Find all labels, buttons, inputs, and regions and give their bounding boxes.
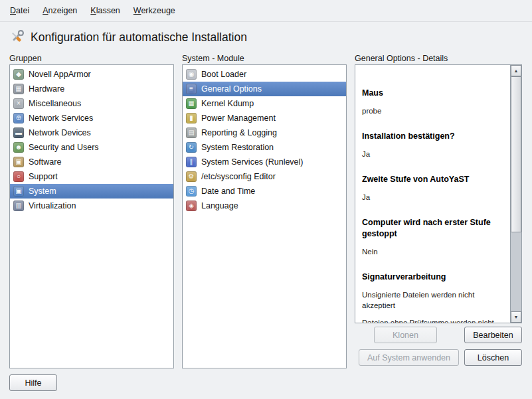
menu-anzeigen[interactable]: Anzeigen bbox=[37, 3, 83, 19]
module-item-power-management[interactable]: ▮ Power Management bbox=[183, 111, 346, 125]
group-item-network-services[interactable]: ⊕ Network Services bbox=[10, 111, 173, 125]
page-title: Konfiguration für automatische Installat… bbox=[31, 31, 247, 44]
group-item-label: Software bbox=[29, 157, 61, 167]
group-item-network-devices[interactable]: ▬ Network Devices bbox=[10, 125, 173, 140]
sysconfig-editor-icon: ⚙ bbox=[186, 171, 197, 182]
details-scrollbar[interactable]: ▲ ▼ bbox=[510, 65, 521, 323]
system-restoration-icon: ↻ bbox=[186, 142, 197, 153]
groups-panel-label: Gruppen bbox=[9, 54, 42, 63]
group-item-label: Support bbox=[29, 172, 58, 181]
reporting-logging-icon: ▤ bbox=[186, 127, 197, 138]
detail-line: Maus bbox=[362, 88, 503, 99]
modules-panel: ◉ Boot Loader ≡ General Options ▦ Kernel… bbox=[182, 64, 347, 368]
scroll-up-button[interactable]: ▲ bbox=[511, 65, 521, 76]
menubar: Datei Anzeigen Klassen Werkzeuge bbox=[0, 0, 532, 22]
software-icon: ▣ bbox=[13, 157, 24, 167]
module-item-label: Boot Loader bbox=[201, 70, 246, 79]
security-users-icon: ☻ bbox=[13, 142, 24, 153]
group-item-label: Network Devices bbox=[29, 128, 91, 137]
detail-line: Nein bbox=[362, 246, 503, 257]
module-item-label: Date and Time bbox=[201, 187, 255, 196]
system-icon: ▣ bbox=[13, 186, 24, 197]
detail-line: Dateien ohne Prüfsumme werden nicht bbox=[362, 317, 503, 323]
detail-line: Ja bbox=[362, 192, 503, 202]
detail-line: probe bbox=[362, 106, 503, 116]
system-services-icon: ∥ bbox=[186, 157, 197, 167]
detail-line: Computer wird nach erster Stufe gestoppt bbox=[362, 217, 503, 240]
module-item-label: System Services (Runlevel) bbox=[201, 157, 304, 167]
module-item-date-time[interactable]: ◷ Date and Time bbox=[183, 184, 346, 199]
group-item-virtualization[interactable]: ▥ Virtualization bbox=[10, 199, 173, 213]
group-item-miscellaneous[interactable]: × Miscellaneous bbox=[10, 96, 173, 111]
detail-line: Ja bbox=[362, 149, 503, 159]
wrench-tools-icon bbox=[9, 29, 25, 45]
group-item-label: Novell AppArmor bbox=[29, 70, 91, 79]
menu-werkzeuge[interactable]: Werkzeuge bbox=[128, 3, 181, 19]
module-item-general-options[interactable]: ≡ General Options bbox=[183, 82, 346, 96]
group-item-support[interactable]: ○ Support bbox=[10, 169, 173, 184]
scrollbar-thumb[interactable] bbox=[511, 76, 521, 232]
apply-to-system-button[interactable]: Auf System anwenden bbox=[359, 349, 459, 366]
module-item-kernel-kdump[interactable]: ▦ Kernel Kdump bbox=[183, 96, 346, 111]
details-panel: Maus probe Installation bestätigen? Ja Z… bbox=[355, 64, 522, 323]
edit-button[interactable]: Bearbeiten bbox=[464, 327, 522, 343]
module-item-system-services[interactable]: ∥ System Services (Runlevel) bbox=[183, 155, 346, 169]
network-devices-icon: ▬ bbox=[13, 127, 24, 138]
group-item-label: Miscellaneous bbox=[29, 99, 81, 108]
detail-line: Zweite Stufe von AutoYaST bbox=[362, 174, 503, 185]
miscellaneous-tools-icon: × bbox=[13, 98, 24, 109]
groups-list: ◆ Novell AppArmor ▦ Hardware × Miscellan… bbox=[10, 65, 173, 213]
support-icon: ○ bbox=[13, 171, 24, 182]
group-item-security-users[interactable]: ☻ Security and Users bbox=[10, 140, 173, 155]
kernel-kdump-icon: ▦ bbox=[186, 98, 197, 109]
modules-panel-label: System - Module bbox=[182, 54, 244, 63]
group-item-hardware[interactable]: ▦ Hardware bbox=[10, 82, 173, 96]
help-button[interactable]: Hilfe bbox=[9, 374, 57, 391]
power-management-icon: ▮ bbox=[186, 113, 197, 123]
module-item-label: Reporting & Logging bbox=[201, 128, 277, 137]
module-item-label: Kernel Kdump bbox=[201, 99, 254, 108]
apparmor-icon: ◆ bbox=[13, 69, 24, 80]
detail-line: Installation bestätigen? bbox=[362, 131, 503, 142]
details-content: Maus probe Installation bestätigen? Ja Z… bbox=[355, 65, 510, 323]
module-item-label: System Restoration bbox=[201, 143, 274, 152]
scroll-up-icon: ▲ bbox=[514, 68, 519, 73]
menu-klassen[interactable]: Klassen bbox=[84, 3, 126, 19]
module-item-boot-loader[interactable]: ◉ Boot Loader bbox=[183, 67, 346, 82]
menu-datei[interactable]: Datei bbox=[4, 3, 35, 19]
module-item-label: General Options bbox=[201, 84, 262, 94]
module-item-label: Language bbox=[201, 201, 238, 210]
boot-loader-icon: ◉ bbox=[186, 69, 197, 80]
modules-list: ◉ Boot Loader ≡ General Options ▦ Kernel… bbox=[183, 65, 346, 213]
module-item-label: Power Management bbox=[201, 114, 276, 123]
detail-line: Signaturverarbeitung bbox=[362, 272, 503, 283]
module-item-label: /etc/sysconfig Editor bbox=[201, 172, 276, 181]
groups-panel: ◆ Novell AppArmor ▦ Hardware × Miscellan… bbox=[9, 64, 174, 368]
group-item-software[interactable]: ▣ Software bbox=[10, 155, 173, 169]
details-panel-label: General Options - Details bbox=[355, 54, 448, 63]
general-options-icon: ≡ bbox=[186, 84, 197, 94]
group-item-label: Virtualization bbox=[29, 201, 76, 210]
group-item-label: System bbox=[29, 187, 56, 196]
scroll-down-icon: ▼ bbox=[514, 315, 519, 319]
virtualization-icon: ▥ bbox=[13, 200, 24, 211]
date-time-icon: ◷ bbox=[186, 186, 197, 197]
header: Konfiguration für automatische Installat… bbox=[9, 29, 247, 45]
group-item-label: Security and Users bbox=[29, 143, 99, 152]
delete-button[interactable]: Löschen bbox=[464, 349, 522, 366]
language-icon: ◈ bbox=[186, 200, 197, 211]
hardware-icon: ▦ bbox=[13, 84, 24, 94]
network-services-icon: ⊕ bbox=[13, 113, 24, 123]
detail-line: Unsignierte Dateien werden nicht akzepti… bbox=[362, 289, 503, 311]
module-item-sysconfig-editor[interactable]: ⚙ /etc/sysconfig Editor bbox=[183, 169, 346, 184]
clone-button[interactable]: Klonen bbox=[374, 327, 437, 343]
group-item-system[interactable]: ▣ System bbox=[10, 184, 173, 199]
module-item-language[interactable]: ◈ Language bbox=[183, 199, 346, 213]
group-item-label: Hardware bbox=[29, 84, 64, 94]
group-item-label: Network Services bbox=[29, 114, 93, 123]
group-item-novell-apparmor[interactable]: ◆ Novell AppArmor bbox=[10, 67, 173, 82]
module-item-system-restoration[interactable]: ↻ System Restoration bbox=[183, 140, 346, 155]
module-item-reporting-logging[interactable]: ▤ Reporting & Logging bbox=[183, 125, 346, 140]
scroll-down-button[interactable]: ▼ bbox=[511, 311, 521, 323]
